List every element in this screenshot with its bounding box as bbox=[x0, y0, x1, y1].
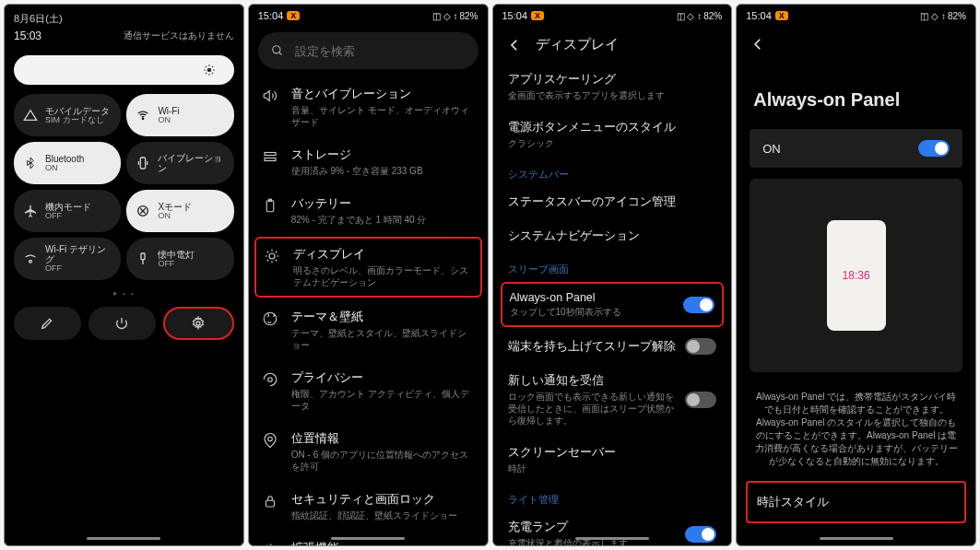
tile-7[interactable]: 懐中電灯OFF bbox=[126, 238, 233, 280]
settings-item-6[interactable]: 位置情報ON - 6 個のアプリに位置情報へのアクセスを許可 bbox=[249, 421, 488, 482]
setting-icon bbox=[262, 493, 278, 509]
svg-rect-18 bbox=[265, 158, 276, 161]
preview-area: 18:36 bbox=[750, 179, 962, 372]
home-bar[interactable] bbox=[820, 537, 893, 540]
svg-rect-17 bbox=[265, 153, 276, 156]
quick-tiles: モバイルデータSIM カードなしWi-FiONBluetoothONバイブレーシ… bbox=[5, 94, 243, 280]
tile-0[interactable]: モバイルデータSIM カードなし bbox=[14, 94, 121, 136]
svg-point-14 bbox=[196, 322, 200, 325]
tile-sub: ON bbox=[158, 116, 179, 125]
display-row-4[interactable]: システムナビゲーション bbox=[493, 219, 732, 253]
statusbar: 15:04 X ◫ ◇ ↕ 82% bbox=[493, 5, 732, 27]
svg-point-21 bbox=[269, 253, 275, 259]
master-toggle[interactable] bbox=[918, 140, 950, 157]
setting-title: 位置情報 bbox=[291, 430, 475, 447]
tile-6[interactable]: Wi-Fi テザリングOFF bbox=[14, 238, 121, 280]
toggle[interactable] bbox=[685, 392, 716, 408]
power-icon bbox=[114, 316, 129, 331]
power-button[interactable] bbox=[89, 307, 156, 340]
tile-4[interactable]: 機内モードOFF bbox=[14, 190, 121, 232]
search-bar[interactable] bbox=[258, 32, 478, 69]
status-icons: ◫ ◇ ↕ bbox=[920, 11, 946, 21]
date: 8月6日(土) bbox=[14, 12, 234, 26]
tile-icon bbox=[136, 252, 150, 266]
svg-line-6 bbox=[212, 73, 213, 74]
tile-sub: OFF bbox=[45, 264, 112, 274]
status-time: 15:04 bbox=[502, 10, 528, 21]
settings-item-5[interactable]: プライバシー権限、アカウント アクティビティ、個人データ bbox=[249, 360, 488, 421]
description-text: Always-on Panel では、携帯電話がスタンバイ時でも日付と時間を確認… bbox=[737, 383, 975, 475]
tile-sub: SIM カードなし bbox=[45, 116, 110, 125]
row-sub: ロック画面でも表示できる新しい通知を受信したときに、画面はスリープ状態から復帰し… bbox=[508, 391, 677, 427]
settings-item-1[interactable]: ストレージ使用済み 9% - 空き容量 233 GB bbox=[249, 137, 488, 186]
display-row-3[interactable]: ステータスバーのアイコン管理 bbox=[493, 185, 732, 219]
back-button[interactable] bbox=[750, 36, 766, 53]
settings-button[interactable] bbox=[163, 307, 234, 340]
screen-settings-list: 15:04 X ◫ ◇ ↕ 82% 音とバイブレーション音量、サイレント モード… bbox=[248, 4, 489, 546]
tile-label: 機内モード bbox=[45, 202, 91, 212]
display-row-0[interactable]: アプリスケーリング全画面で表示するアプリを選択します bbox=[493, 63, 732, 111]
status-battery: 82% bbox=[703, 11, 722, 21]
tile-3[interactable]: バイブレーション bbox=[126, 142, 233, 184]
setting-sub: 82% - 完了まであと 1 時間 40 分 bbox=[291, 214, 475, 226]
display-row-8[interactable]: 新しい通知を受信ロック画面でも表示できる新しい通知を受信したときに、画面はスリー… bbox=[493, 364, 732, 436]
tile-label: Wi-Fi bbox=[158, 106, 179, 116]
settings-item-7[interactable]: セキュリティと画面ロック指紋認証、顔認証、壁紙スライドショー bbox=[249, 482, 488, 531]
toggle[interactable] bbox=[685, 526, 716, 543]
brightness-icon bbox=[203, 64, 216, 76]
status-battery: 82% bbox=[459, 11, 478, 21]
svg-point-12 bbox=[30, 260, 32, 263]
section-2: システムバー bbox=[493, 158, 732, 185]
tile-1[interactable]: Wi-FiON bbox=[126, 94, 233, 136]
edit-button[interactable] bbox=[14, 307, 81, 340]
tile-2[interactable]: BluetoothON bbox=[14, 142, 121, 184]
setting-title: セキュリティと画面ロック bbox=[291, 491, 475, 508]
setting-sub: 指紋認証、顔認証、壁紙スライドショー bbox=[291, 509, 475, 521]
tile-sub: OFF bbox=[158, 260, 195, 269]
display-row-9[interactable]: スクリーンセーバー時計 bbox=[493, 436, 732, 484]
display-row-11[interactable]: 充電ランプ充電状況と着信の表示します。 bbox=[493, 510, 732, 546]
status-icons: ◫ ◇ ↕ bbox=[677, 11, 703, 21]
settings-item-0[interactable]: 音とバイブレーション音量、サイレント モード、オーディオウィザード bbox=[249, 76, 488, 137]
status-area: 8月6日(土) 15:03 通信サービスはありません bbox=[5, 5, 243, 42]
display-row-6[interactable]: Always-on Panelタップして10秒間表示する bbox=[501, 282, 725, 327]
toggle[interactable] bbox=[685, 338, 716, 355]
clock-style-row[interactable]: 時計スタイル bbox=[746, 481, 966, 523]
toggle[interactable] bbox=[683, 297, 714, 313]
settings-item-2[interactable]: バッテリー82% - 完了まであと 1 時間 40 分 bbox=[249, 186, 488, 235]
row-title: ステータスバーのアイコン管理 bbox=[508, 194, 717, 210]
svg-point-15 bbox=[273, 46, 280, 53]
status-pill: X bbox=[531, 11, 544, 20]
brightness-slider[interactable] bbox=[14, 55, 234, 85]
preview-phone: 18:36 bbox=[827, 220, 886, 331]
setting-icon bbox=[262, 197, 278, 214]
row-title: スクリーンセーバー bbox=[508, 445, 717, 461]
preview-time: 18:36 bbox=[843, 269, 870, 282]
time: 15:03 bbox=[14, 29, 41, 42]
status-icons: ◫ ◇ ↕ bbox=[432, 11, 458, 21]
home-bar[interactable] bbox=[87, 537, 160, 540]
display-row-7[interactable]: 端末を持ち上げてスリープ解除 bbox=[493, 329, 732, 364]
status-time: 15:04 bbox=[258, 10, 284, 21]
settings-item-3[interactable]: ディスプレイ明るさのレベル、画面カラーモード、システムナビゲーション bbox=[254, 237, 482, 298]
setting-icon bbox=[264, 248, 280, 264]
search-input[interactable] bbox=[295, 44, 466, 58]
tile-icon bbox=[136, 204, 150, 218]
display-rows: アプリスケーリング全画面で表示するアプリを選択します電源ボタンメニューのスタイル… bbox=[493, 63, 732, 546]
setting-sub: 明るさのレベル、画面カラーモード、システムナビゲーション bbox=[293, 264, 473, 288]
svg-line-8 bbox=[206, 73, 207, 74]
home-bar[interactable] bbox=[331, 537, 405, 540]
status-pill: X bbox=[287, 11, 300, 20]
tile-icon bbox=[136, 156, 150, 170]
settings-item-4[interactable]: テーマ＆壁紙テーマ、壁紙とスタイル、壁紙スライドショー bbox=[249, 299, 488, 360]
tile-5[interactable]: XモードON bbox=[126, 190, 233, 232]
master-toggle-row[interactable]: ON bbox=[750, 129, 962, 168]
tile-icon bbox=[23, 204, 38, 218]
setting-sub: テーマ、壁紙とスタイル、壁紙スライドショー bbox=[291, 327, 475, 351]
status-battery: 82% bbox=[948, 11, 966, 21]
setting-title: ディスプレイ bbox=[293, 246, 473, 263]
display-row-1[interactable]: 電源ボタンメニューのスタイルクラシック bbox=[493, 111, 732, 158]
back-button[interactable] bbox=[506, 37, 523, 53]
home-bar[interactable] bbox=[575, 537, 649, 540]
tile-icon bbox=[23, 108, 38, 123]
